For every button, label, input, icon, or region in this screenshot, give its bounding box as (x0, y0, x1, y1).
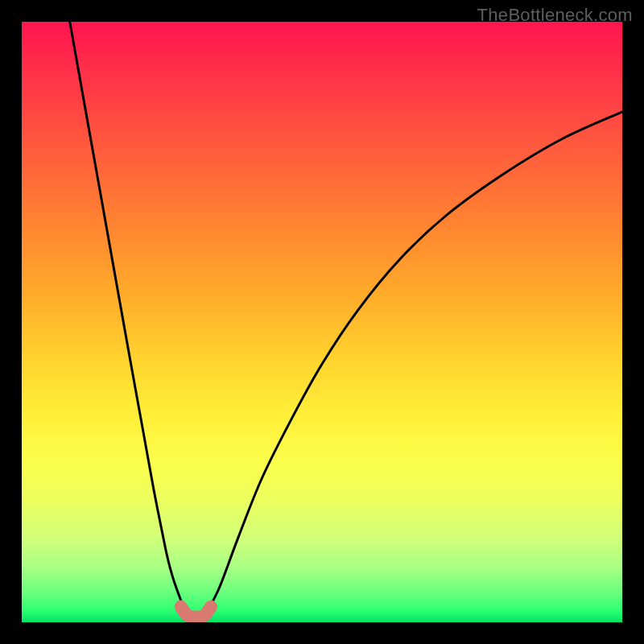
chart-svg (22, 22, 622, 622)
chart-frame: TheBottleneck.com (0, 0, 644, 644)
valley-marker (181, 607, 211, 617)
chart-plot-area (22, 22, 622, 622)
watermark-text: TheBottleneck.com (477, 5, 633, 26)
bottleneck-curve-right (208, 112, 622, 610)
bottleneck-curve-left (70, 22, 188, 613)
